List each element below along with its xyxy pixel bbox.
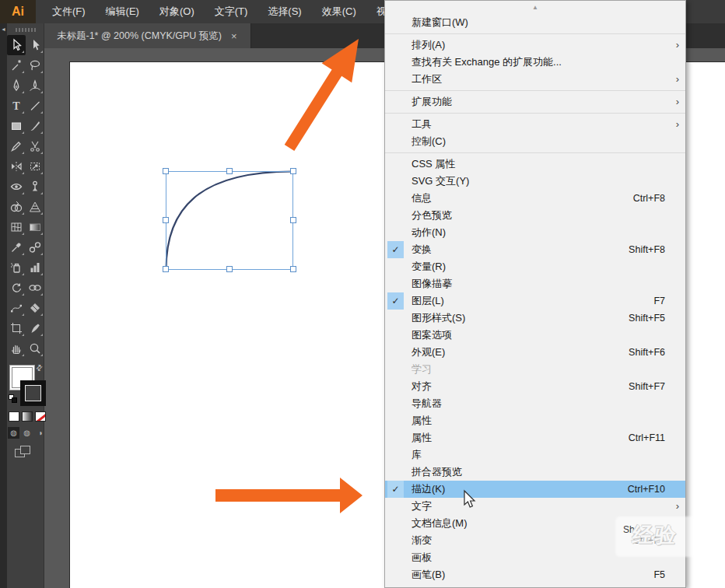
menubar-item-6[interactable]: 效果(C) [312, 0, 366, 23]
menu-item-6[interactable]: 扩展功能› [385, 93, 685, 110]
menu-item-shortcut: Shift+F6 [629, 347, 665, 358]
menu-item-25[interactable]: 导航器 [385, 395, 685, 412]
hand-tool[interactable] [7, 338, 26, 359]
eraser-tool[interactable] [26, 298, 44, 318]
menu-item-29[interactable]: 拼合器预览 [385, 464, 685, 481]
paint-color-button[interactable] [9, 411, 19, 422]
menu-item-21[interactable]: 图案选项 [385, 327, 685, 344]
width-tool[interactable] [7, 177, 26, 197]
menu-item-17[interactable]: 变量(R) [385, 258, 685, 275]
menu-item-19[interactable]: ✓图层(L)F7 [385, 292, 685, 310]
collapse-panel-icon[interactable]: ◄ [0, 26, 7, 32]
menu-item-14[interactable]: 分色预览 [385, 207, 685, 224]
menubar-item-3[interactable]: 对象(O) [149, 0, 205, 23]
stroke-color-swatch[interactable] [20, 380, 46, 406]
submenu-arrow-icon: › [676, 39, 679, 51]
menu-item-label: 描边(K) [412, 482, 618, 496]
menu-item-shortcut: F5 [653, 569, 665, 580]
line-segment-tool[interactable] [26, 96, 44, 116]
menu-item-15[interactable]: 动作(N) [385, 224, 685, 241]
draw-behind-button[interactable]: ◍ [21, 427, 33, 439]
menu-item-8[interactable]: 工具› [385, 116, 685, 133]
reflect-tool[interactable] [7, 156, 26, 177]
menubar-item-2[interactable]: 编辑(E) [96, 0, 149, 23]
puppet-warp-tool[interactable] [26, 177, 44, 197]
tab-close-icon[interactable]: × [231, 31, 237, 41]
menu-item-label: 属性 [412, 414, 665, 428]
draw-normal-button[interactable]: ◍ [8, 427, 19, 439]
panel-drag-handle[interactable] [16, 28, 36, 32]
menu-item-shortcut: F7 [653, 296, 665, 306]
menu-item-30[interactable]: ✓描边(K)Ctrl+F10 [385, 481, 685, 498]
perspective-grid-tool[interactable] [26, 197, 44, 217]
menu-item-24[interactable]: 对齐Shift+F7 [385, 378, 685, 395]
menu-item-9[interactable]: 控制(C) [385, 133, 685, 150]
menu-items: 新建窗口(W)排列(A)›查找有关 Exchange 的扩展功能...工作区›扩… [385, 14, 685, 583]
screen-mode-button[interactable] [15, 446, 32, 460]
menu-item-13[interactable]: 信息Ctrl+F8 [385, 190, 685, 207]
smooth-tool[interactable] [7, 298, 26, 318]
menu-item-4[interactable]: 工作区› [385, 71, 685, 88]
menu-item-32[interactable]: 文档信息(M) [385, 515, 685, 532]
shape-tool[interactable] [26, 278, 44, 298]
document-tab-title: 未标题-1* @ 200% (CMYK/GPU 预览) [57, 30, 222, 43]
menubar-item-5[interactable]: 选择(S) [257, 0, 311, 23]
menu-item-33[interactable]: 渐变Ctrl+F9 [385, 532, 685, 549]
paint-gradient-button[interactable] [22, 411, 33, 422]
menubar-item-4[interactable]: 文字(T) [205, 0, 258, 23]
direct-selection-tool[interactable] [26, 35, 44, 55]
gradient-tool[interactable] [26, 217, 44, 237]
menu-item-12[interactable]: SVG 交互(Y) [385, 173, 685, 190]
column-graph-tool[interactable] [26, 257, 44, 278]
menu-item-35[interactable]: 画笔(B)F5 [385, 566, 685, 583]
menu-item-label: 工具 [412, 117, 665, 131]
menu-item-16[interactable]: ✓变换Shift+F8 [385, 241, 685, 258]
document-tab[interactable]: 未标题-1* @ 200% (CMYK/GPU 预览) × [44, 23, 251, 48]
menu-item-22[interactable]: 外观(E)Shift+F6 [385, 344, 685, 361]
menu-item-28[interactable]: 库 [385, 446, 685, 464]
menu-item-2[interactable]: 排列(A)› [385, 37, 685, 54]
blend-tool[interactable] [26, 237, 44, 257]
scissors-tool[interactable] [26, 136, 44, 156]
submenu-arrow-icon: › [676, 500, 679, 512]
curvature-tool[interactable] [26, 75, 44, 96]
eyedropper-tool[interactable] [7, 237, 26, 257]
menu-item-11[interactable]: CSS 属性 [385, 156, 685, 173]
menu-item-label: 拼合器预览 [412, 465, 665, 479]
menu-item-18[interactable]: 图像描摹 [385, 275, 685, 292]
menu-item-label: 学习 [412, 362, 665, 376]
shape-builder-tool[interactable] [7, 197, 26, 217]
menu-item-label: 动作(N) [412, 226, 665, 240]
artboard-tool[interactable] [7, 318, 26, 338]
menu-item-3[interactable]: 查找有关 Exchange 的扩展功能... [385, 54, 685, 71]
mesh-tool[interactable] [7, 217, 26, 237]
menu-item-31[interactable]: 文字› [385, 498, 685, 515]
menu-item-label: 信息 [412, 191, 624, 205]
zoom-tool[interactable] [26, 338, 44, 359]
free-transform-tool[interactable] [26, 156, 44, 177]
lasso-tool[interactable] [26, 55, 44, 75]
menubar-item-1[interactable]: 文件(F) [42, 0, 96, 23]
default-fill-stroke-icon[interactable] [9, 394, 18, 404]
magic-wand-tool[interactable] [7, 55, 26, 75]
menu-item-label: 图形样式(S) [412, 311, 619, 325]
menu-item-27[interactable]: 属性Ctrl+F11 [385, 429, 685, 446]
rotate-tool[interactable] [7, 278, 26, 298]
menu-scroll-up-icon[interactable]: ▲ [385, 1, 685, 14]
symbol-sprayer-tool[interactable] [7, 257, 26, 278]
svg-text:T: T [12, 100, 20, 112]
knife-tool[interactable] [26, 318, 44, 338]
selection-tool[interactable] [7, 35, 26, 55]
swap-fill-stroke-icon[interactable]: ⇄ [33, 362, 44, 373]
type-tool[interactable]: T [7, 96, 26, 116]
menu-item-0[interactable]: 新建窗口(W) [385, 14, 685, 31]
menu-item-20[interactable]: 图形样式(S)Shift+F5 [385, 310, 685, 327]
pen-tool[interactable] [7, 75, 26, 96]
menu-item-26[interactable]: 属性 [385, 412, 685, 429]
menu-item-34[interactable]: 画板 [385, 549, 685, 566]
paint-none-button[interactable] [35, 411, 46, 422]
paintbrush-tool[interactable] [26, 116, 44, 136]
draw-inside-button[interactable]: ◑ [34, 427, 46, 439]
pencil-tool[interactable] [7, 136, 26, 156]
rectangle-tool[interactable] [7, 116, 26, 136]
